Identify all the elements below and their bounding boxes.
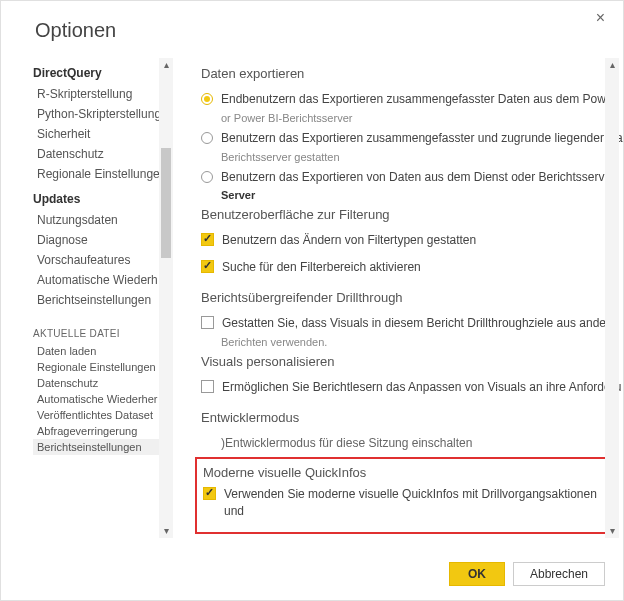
personalize-check-1-label: Ermöglichen Sie Berichtlesern das Anpass… [222, 379, 621, 396]
sidebar-item-python-script[interactable]: Python-Skripterstellung [33, 104, 173, 124]
section-devmode-title: Entwicklermodus [201, 410, 623, 425]
filterui-check-1[interactable]: Benutzern das Ändern von Filtertypen ges… [201, 232, 623, 249]
highlight-box: Moderne visuelle QuickInfos Verwenden Si… [195, 457, 615, 534]
radio-icon[interactable] [201, 171, 213, 183]
section-drill-title: Berichtsübergreifender Drillthrough [201, 290, 623, 305]
checkbox-icon[interactable] [201, 233, 214, 246]
dialog-title: Optionen [35, 19, 116, 42]
filterui-check-1-label: Benutzern das Ändern von Filtertypen ges… [222, 232, 476, 249]
section-personalize-title: Visuals personalisieren [201, 354, 623, 369]
checkbox-icon[interactable] [201, 260, 214, 273]
devmode-label[interactable]: )Entwicklermodus für diese Sitzung einsc… [221, 435, 623, 452]
sidebar-item-r-script[interactable]: R-Skripterstellung [33, 84, 173, 104]
close-icon[interactable]: × [592, 9, 609, 27]
sidebar-item-queryreduction[interactable]: Abfrageverringerung [33, 423, 173, 439]
filterui-check-2-label: Suche für den Filterbereich aktivieren [222, 259, 421, 276]
sidebar-scrollbar[interactable]: ▴ ▾ [159, 58, 173, 538]
drill-check-1-label: Gestatten Sie, dass Visuals in diesem Be… [222, 315, 617, 332]
sidebar-item-usage[interactable]: Nutzungsdaten [33, 210, 173, 230]
sidebar-item-loaddata[interactable]: Daten laden [33, 343, 173, 359]
checkbox-icon[interactable] [201, 316, 214, 329]
drill-check-1-sub: Berichten verwenden. [221, 336, 623, 348]
radio-icon[interactable] [201, 132, 213, 144]
personalize-check-1[interactable]: Ermöglichen Sie Berichtlesern das Anpass… [201, 379, 623, 396]
export-option-3-label: Benutzern das Exportieren von Daten aus … [221, 169, 615, 186]
export-option-1-label: Endbenutzern das Exportieren zusammengef… [221, 91, 617, 108]
dialog-footer: OK Abbrechen [1, 552, 623, 600]
scroll-up-icon[interactable]: ▴ [159, 58, 173, 72]
options-dialog: Optionen × DirectQuery R-Skripterstellun… [1, 1, 623, 600]
export-option-2-sub: Berichtsserver gestatten [221, 151, 623, 163]
section-filterui-title: Benutzeroberfläche zur Filterung [201, 207, 623, 222]
scroll-up-icon[interactable]: ▴ [605, 58, 619, 72]
sidebar-item-security[interactable]: Sicherheit [33, 124, 173, 144]
content-scrollbar[interactable]: ▴ ▾ [605, 58, 619, 538]
checkbox-icon[interactable] [203, 487, 216, 500]
ok-button[interactable]: OK [449, 562, 505, 586]
scroll-down-icon[interactable]: ▾ [159, 524, 173, 538]
cancel-button[interactable]: Abbrechen [513, 562, 605, 586]
export-option-3[interactable]: Benutzern das Exportieren von Daten aus … [201, 169, 623, 186]
sidebar-item-autorecover[interactable]: Automatische Wiederherstellung [33, 270, 173, 290]
export-option-1-sub: or Power BI-Berichtsserver [221, 112, 623, 124]
sidebar-item-privacy[interactable]: Datenschutz [33, 144, 173, 164]
sidebar-item-reportsettings[interactable]: Berichtseinstellungen [33, 290, 173, 310]
tooltips-check-1[interactable]: Verwenden Sie moderne visuelle QuickInfo… [203, 486, 607, 520]
dialog-header: Optionen × [1, 1, 623, 50]
sidebar: DirectQuery R-Skripterstellung Python-Sk… [15, 50, 175, 552]
export-option-3-sub: Server [221, 189, 623, 201]
sidebar-item-privacy2[interactable]: Datenschutz [33, 375, 173, 391]
content-panel: Daten exportieren Endbenutzern das Expor… [175, 50, 623, 552]
tooltips-check-1-label: Verwenden Sie moderne visuelle QuickInfo… [224, 486, 607, 520]
dialog-body: DirectQuery R-Skripterstellung Python-Sk… [1, 50, 623, 552]
sidebar-group-currentfile: AKTUELLE DATEI [33, 328, 175, 339]
export-option-1[interactable]: Endbenutzern das Exportieren zusammengef… [201, 91, 623, 108]
sidebar-item-preview[interactable]: Vorschaufeatures [33, 250, 173, 270]
scroll-thumb[interactable] [161, 148, 171, 258]
scroll-down-icon[interactable]: ▾ [605, 524, 619, 538]
radio-icon[interactable] [201, 93, 213, 105]
section-export-title: Daten exportieren [201, 66, 623, 81]
sidebar-item-diagnose[interactable]: Diagnose [33, 230, 173, 250]
section-tooltips-title: Moderne visuelle QuickInfos [203, 465, 607, 480]
checkbox-icon[interactable] [201, 380, 214, 393]
sidebar-item-autorecover2[interactable]: Automatische Wiederherstellung [33, 391, 173, 407]
sidebar-group-directquery: DirectQuery [33, 66, 175, 80]
export-option-2-label: Benutzern das Exportieren zusammengefass… [221, 130, 623, 147]
drill-check-1[interactable]: Gestatten Sie, dass Visuals in diesem Be… [201, 315, 623, 332]
sidebar-group-updates: Updates [33, 192, 175, 206]
sidebar-item-regional[interactable]: Regionale Einstellungen [33, 164, 173, 184]
sidebar-item-published-dataset[interactable]: Veröffentlichtes Dataset [33, 407, 173, 423]
export-option-2[interactable]: Benutzern das Exportieren zusammengefass… [201, 130, 623, 147]
sidebar-item-reportsettings2[interactable]: Berichtseinstellungen [33, 439, 173, 455]
sidebar-item-regional2[interactable]: Regionale Einstellungen [33, 359, 173, 375]
filterui-check-2[interactable]: Suche für den Filterbereich aktivieren [201, 259, 623, 276]
